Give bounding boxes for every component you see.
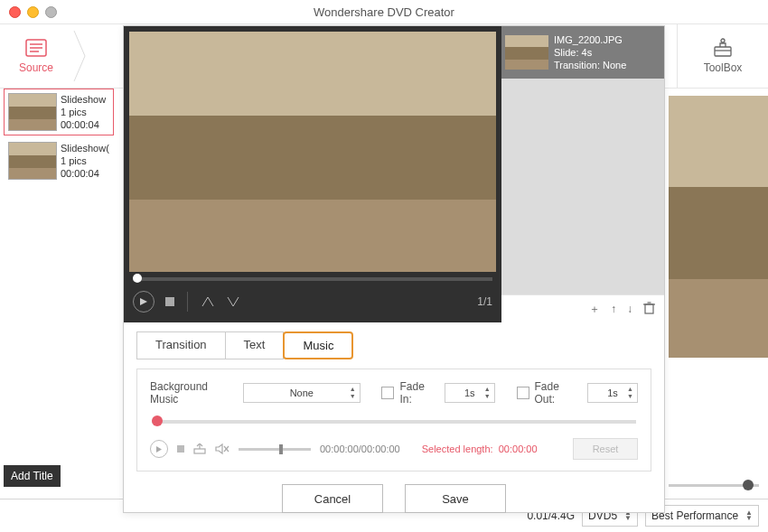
- add-title-button[interactable]: Add Title: [4, 465, 61, 487]
- audio-controls: 00:00:00/00:00:00 Selected length: 00:00…: [150, 438, 638, 460]
- toolbox-tab[interactable]: ToolBox: [677, 24, 768, 88]
- slide-list-item[interactable]: IMG_2200.JPG Slide: 4s Transition: None: [501, 26, 664, 79]
- svg-rect-12: [194, 449, 205, 453]
- preview-timeline[interactable]: [133, 277, 492, 281]
- import-audio-icon[interactable]: [193, 443, 206, 454]
- reset-button[interactable]: Reset: [573, 438, 638, 460]
- tab-transition[interactable]: Transition: [136, 331, 226, 359]
- volume-slider[interactable]: [239, 448, 311, 451]
- preview-image: [129, 32, 496, 272]
- slide-duration: Slide: 4s: [554, 46, 626, 59]
- stop-button[interactable]: [165, 297, 174, 306]
- save-button[interactable]: Save: [405, 484, 506, 513]
- audio-stop-button[interactable]: [177, 445, 184, 453]
- slideshow-title: Slideshow(: [61, 142, 109, 154]
- audio-play-button[interactable]: [150, 440, 168, 458]
- delete-slide-icon[interactable]: [643, 302, 655, 317]
- bg-music-label: Background Music: [150, 380, 238, 406]
- rotate-right-icon[interactable]: [226, 295, 240, 308]
- play-button[interactable]: [133, 291, 155, 313]
- app-title: Wondershare DVD Creator: [0, 5, 768, 19]
- slideshow-thumbnail: [8, 142, 57, 180]
- slide-list-tools: ＋ ↑ ↓: [501, 294, 664, 322]
- timeline-playhead[interactable]: [133, 274, 142, 283]
- add-slide-icon[interactable]: ＋: [589, 302, 600, 317]
- right-preview-strip: [669, 87, 768, 448]
- rotate-left-icon[interactable]: [201, 295, 215, 308]
- trim-start-handle[interactable]: [152, 415, 163, 426]
- zoom-knob[interactable]: [743, 480, 754, 490]
- fade-in-select[interactable]: 1s ▲▼: [445, 383, 495, 403]
- slide-transition: Transition: None: [554, 59, 626, 71]
- bg-music-value: None: [290, 387, 314, 398]
- mute-icon[interactable]: [215, 443, 229, 455]
- slideshow-item[interactable]: Slideshow 1 pics 00:00:04: [4, 89, 114, 135]
- toolbox-tab-label: ToolBox: [704, 61, 743, 74]
- move-down-icon[interactable]: ↓: [627, 303, 632, 315]
- preview-pane: 1/1: [124, 26, 501, 322]
- selected-length-label: Selected length:: [422, 443, 493, 454]
- toolbox-icon: [712, 38, 734, 58]
- bg-music-select[interactable]: None ▲▼: [243, 383, 361, 403]
- tab-music[interactable]: Music: [283, 331, 353, 359]
- svg-rect-4: [715, 47, 731, 56]
- modal-buttons: Cancel Save: [124, 484, 664, 513]
- cancel-button[interactable]: Cancel: [282, 484, 383, 513]
- source-tab-label: Source: [19, 61, 53, 74]
- fade-in-value: 1s: [464, 387, 475, 398]
- slideshow-pics: 1 pics: [61, 106, 106, 118]
- divider: [187, 292, 188, 312]
- svg-marker-14: [216, 444, 222, 453]
- preview-controls: 1/1: [124, 281, 501, 322]
- fade-out-value: 1s: [607, 387, 618, 398]
- slideshow-info: Slideshow( 1 pics 00:00:04: [61, 142, 109, 180]
- slideshow-editor-modal: 1/1 IMG_2200.JPG Slide: 4s Transition: N…: [123, 25, 665, 513]
- editor-top: 1/1 IMG_2200.JPG Slide: 4s Transition: N…: [124, 26, 664, 322]
- slideshow-pics: 1 pics: [61, 154, 109, 167]
- fade-in-label: Fade In:: [399, 380, 438, 406]
- fade-out-label: Fade Out:: [535, 380, 582, 406]
- editor-tabs: Transition Text Music: [136, 331, 651, 359]
- svg-point-6: [721, 39, 725, 42]
- fade-in-checkbox[interactable]: [381, 387, 394, 399]
- slideshow-time: 00:00:04: [61, 118, 106, 131]
- slide-name: IMG_2200.JPG: [554, 33, 626, 46]
- preview-strip-image: [669, 96, 768, 358]
- fade-out-checkbox[interactable]: [517, 387, 529, 399]
- audio-timecode: 00:00:00/00:00:00: [320, 443, 400, 454]
- zoom-slider[interactable]: [669, 484, 759, 487]
- svg-rect-8: [645, 304, 653, 313]
- page-indicator: 1/1: [477, 295, 492, 308]
- slideshow-title: Slideshow: [61, 93, 106, 106]
- slideshow-info: Slideshow 1 pics 00:00:04: [61, 93, 106, 131]
- selected-length-value: 00:00:00: [499, 443, 538, 454]
- music-trim-slider[interactable]: [152, 420, 636, 424]
- titlebar: Wondershare DVD Creator: [0, 0, 768, 24]
- svg-marker-11: [156, 446, 162, 453]
- move-up-icon[interactable]: ↑: [611, 303, 616, 315]
- slide-thumbnail: [505, 35, 548, 70]
- slide-list: IMG_2200.JPG Slide: 4s Transition: None …: [501, 26, 664, 322]
- slideshow-thumbnail: [8, 93, 57, 131]
- fade-out-select[interactable]: 1s ▲▼: [587, 383, 638, 403]
- music-panel: Background Music None ▲▼ Fade In: 1s ▲▼ …: [136, 369, 651, 471]
- source-icon: [24, 38, 48, 58]
- slideshow-item[interactable]: Slideshow( 1 pics 00:00:04: [4, 137, 114, 184]
- svg-marker-7: [140, 298, 147, 305]
- slideshow-time: 00:00:04: [61, 167, 109, 180]
- step-separator: [72, 24, 94, 88]
- tab-text[interactable]: Text: [225, 331, 285, 359]
- volume-knob[interactable]: [279, 444, 283, 454]
- sidebar: Slideshow 1 pics 00:00:04 Slideshow( 1 p…: [0, 87, 117, 186]
- source-tab[interactable]: Source: [0, 24, 72, 88]
